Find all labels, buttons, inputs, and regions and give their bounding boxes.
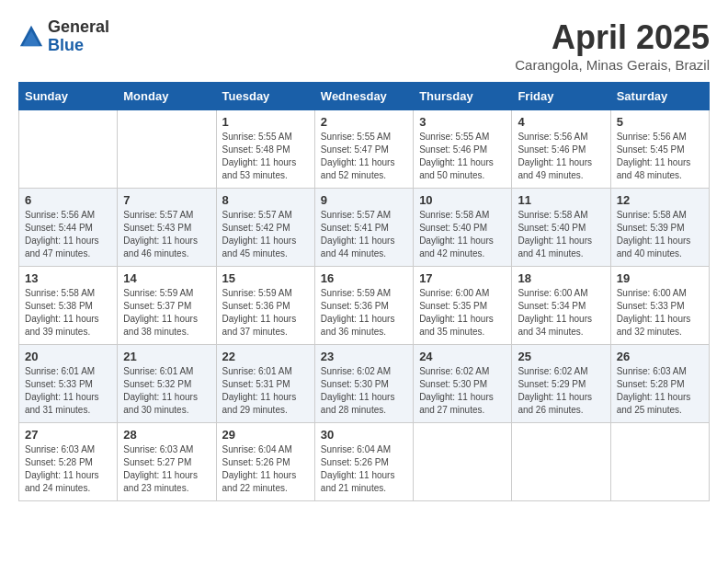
day-number: 12 — [617, 193, 704, 207]
calendar-cell — [610, 423, 709, 501]
day-number: 14 — [123, 271, 210, 285]
calendar-cell: 21Sunrise: 6:01 AM Sunset: 5:32 PM Dayli… — [118, 345, 216, 423]
logo-general-text: General — [48, 18, 109, 37]
day-detail: Sunrise: 5:57 AM Sunset: 5:41 PM Dayligh… — [321, 209, 408, 260]
day-detail: Sunrise: 6:00 AM Sunset: 5:34 PM Dayligh… — [518, 287, 605, 339]
day-detail: Sunrise: 5:56 AM Sunset: 5:45 PM Dayligh… — [617, 131, 704, 182]
day-detail: Sunrise: 5:58 AM Sunset: 5:40 PM Dayligh… — [518, 209, 605, 260]
calendar-cell: 26Sunrise: 6:03 AM Sunset: 5:28 PM Dayli… — [610, 345, 709, 423]
calendar-week-5: 27Sunrise: 6:03 AM Sunset: 5:28 PM Dayli… — [19, 423, 710, 501]
day-detail: Sunrise: 6:00 AM Sunset: 5:33 PM Dayligh… — [617, 287, 704, 339]
day-number: 18 — [518, 271, 605, 285]
day-number: 15 — [222, 271, 310, 285]
header-sunday: Sunday — [19, 83, 118, 110]
calendar-week-3: 13Sunrise: 5:58 AM Sunset: 5:38 PM Dayli… — [19, 267, 710, 345]
day-detail: Sunrise: 5:57 AM Sunset: 5:42 PM Dayligh… — [222, 209, 310, 260]
day-detail: Sunrise: 6:03 AM Sunset: 5:27 PM Dayligh… — [123, 443, 210, 495]
calendar-cell: 11Sunrise: 5:58 AM Sunset: 5:40 PM Dayli… — [512, 189, 610, 267]
calendar-cell: 5Sunrise: 5:56 AM Sunset: 5:45 PM Daylig… — [610, 110, 709, 189]
calendar-cell: 10Sunrise: 5:58 AM Sunset: 5:40 PM Dayli… — [414, 189, 512, 267]
day-number: 10 — [419, 193, 506, 207]
logo: General Blue — [18, 18, 109, 55]
day-number: 2 — [321, 115, 408, 129]
calendar-cell: 16Sunrise: 5:59 AM Sunset: 5:36 PM Dayli… — [314, 267, 413, 345]
day-detail: Sunrise: 6:01 AM Sunset: 5:33 PM Dayligh… — [25, 365, 112, 417]
calendar-cell: 27Sunrise: 6:03 AM Sunset: 5:28 PM Dayli… — [19, 423, 118, 501]
day-detail: Sunrise: 5:59 AM Sunset: 5:36 PM Dayligh… — [321, 287, 408, 339]
day-number: 30 — [321, 428, 408, 442]
day-number: 5 — [617, 115, 704, 129]
calendar-cell — [19, 110, 118, 189]
day-detail: Sunrise: 5:58 AM Sunset: 5:38 PM Dayligh… — [25, 287, 112, 339]
day-detail: Sunrise: 6:00 AM Sunset: 5:35 PM Dayligh… — [419, 287, 506, 339]
day-detail: Sunrise: 5:57 AM Sunset: 5:43 PM Dayligh… — [123, 209, 210, 260]
day-detail: Sunrise: 5:56 AM Sunset: 5:44 PM Dayligh… — [25, 209, 112, 260]
calendar-cell: 24Sunrise: 6:02 AM Sunset: 5:30 PM Dayli… — [414, 345, 512, 423]
day-number: 25 — [518, 350, 605, 363]
day-number: 9 — [321, 193, 408, 207]
day-detail: Sunrise: 6:02 AM Sunset: 5:30 PM Dayligh… — [419, 365, 506, 417]
header-saturday: Saturday — [610, 83, 709, 110]
calendar-week-4: 20Sunrise: 6:01 AM Sunset: 5:33 PM Dayli… — [19, 345, 710, 423]
day-number: 27 — [25, 428, 112, 442]
day-number: 22 — [222, 350, 310, 363]
calendar-cell: 19Sunrise: 6:00 AM Sunset: 5:33 PM Dayli… — [610, 267, 709, 345]
day-detail: Sunrise: 5:55 AM Sunset: 5:48 PM Dayligh… — [222, 131, 310, 182]
page-header: General Blue April 2025 Carangola, Minas… — [18, 18, 710, 73]
logo-icon — [18, 24, 44, 50]
day-number: 23 — [321, 350, 408, 363]
day-detail: Sunrise: 6:03 AM Sunset: 5:28 PM Dayligh… — [617, 365, 704, 417]
location-text: Carangola, Minas Gerais, Brazil — [515, 57, 710, 73]
calendar-cell: 29Sunrise: 6:04 AM Sunset: 5:26 PM Dayli… — [216, 423, 314, 501]
calendar-cell — [118, 110, 216, 189]
calendar-cell: 18Sunrise: 6:00 AM Sunset: 5:34 PM Dayli… — [512, 267, 610, 345]
calendar-cell: 17Sunrise: 6:00 AM Sunset: 5:35 PM Dayli… — [414, 267, 512, 345]
day-number: 28 — [123, 428, 210, 442]
logo-text: General Blue — [48, 18, 109, 55]
header-tuesday: Tuesday — [216, 83, 314, 110]
calendar-cell: 22Sunrise: 6:01 AM Sunset: 5:31 PM Dayli… — [216, 345, 314, 423]
header-monday: Monday — [118, 83, 216, 110]
header-friday: Friday — [512, 83, 610, 110]
calendar-cell: 14Sunrise: 5:59 AM Sunset: 5:37 PM Dayli… — [118, 267, 216, 345]
header-thursday: Thursday — [414, 83, 512, 110]
day-detail: Sunrise: 6:04 AM Sunset: 5:26 PM Dayligh… — [222, 443, 310, 495]
calendar-cell: 12Sunrise: 5:58 AM Sunset: 5:39 PM Dayli… — [610, 189, 709, 267]
calendar-cell — [512, 423, 610, 501]
day-detail: Sunrise: 6:04 AM Sunset: 5:26 PM Dayligh… — [321, 443, 408, 495]
day-number: 16 — [321, 271, 408, 285]
day-number: 7 — [123, 193, 210, 207]
calendar-cell: 23Sunrise: 6:02 AM Sunset: 5:30 PM Dayli… — [314, 345, 413, 423]
day-detail: Sunrise: 6:01 AM Sunset: 5:32 PM Dayligh… — [123, 365, 210, 417]
logo-blue-text: Blue — [48, 37, 109, 55]
calendar-table: SundayMondayTuesdayWednesdayThursdayFrid… — [18, 82, 710, 501]
day-number: 29 — [222, 428, 310, 442]
day-number: 21 — [123, 350, 210, 363]
calendar-cell: 20Sunrise: 6:01 AM Sunset: 5:33 PM Dayli… — [19, 345, 118, 423]
calendar-cell: 15Sunrise: 5:59 AM Sunset: 5:36 PM Dayli… — [216, 267, 314, 345]
day-number: 24 — [419, 350, 506, 363]
calendar-cell — [414, 423, 512, 501]
header-wednesday: Wednesday — [314, 83, 413, 110]
day-detail: Sunrise: 5:55 AM Sunset: 5:47 PM Dayligh… — [321, 131, 408, 182]
day-detail: Sunrise: 5:58 AM Sunset: 5:39 PM Dayligh… — [617, 209, 704, 260]
day-detail: Sunrise: 5:59 AM Sunset: 5:36 PM Dayligh… — [222, 287, 310, 339]
calendar-cell: 13Sunrise: 5:58 AM Sunset: 5:38 PM Dayli… — [19, 267, 118, 345]
calendar-week-1: 1Sunrise: 5:55 AM Sunset: 5:48 PM Daylig… — [19, 110, 710, 189]
day-number: 13 — [25, 271, 112, 285]
calendar-cell: 2Sunrise: 5:55 AM Sunset: 5:47 PM Daylig… — [314, 110, 413, 189]
day-detail: Sunrise: 5:59 AM Sunset: 5:37 PM Dayligh… — [123, 287, 210, 339]
day-number: 4 — [518, 115, 605, 129]
month-title: April 2025 — [515, 18, 710, 57]
day-detail: Sunrise: 6:01 AM Sunset: 5:31 PM Dayligh… — [222, 365, 310, 417]
day-detail: Sunrise: 5:55 AM Sunset: 5:46 PM Dayligh… — [419, 131, 506, 182]
calendar-cell: 4Sunrise: 5:56 AM Sunset: 5:46 PM Daylig… — [512, 110, 610, 189]
day-detail: Sunrise: 5:56 AM Sunset: 5:46 PM Dayligh… — [518, 131, 605, 182]
day-number: 17 — [419, 271, 506, 285]
day-detail: Sunrise: 6:02 AM Sunset: 5:29 PM Dayligh… — [518, 365, 605, 417]
day-detail: Sunrise: 6:02 AM Sunset: 5:30 PM Dayligh… — [321, 365, 408, 417]
calendar-cell: 28Sunrise: 6:03 AM Sunset: 5:27 PM Dayli… — [118, 423, 216, 501]
day-number: 11 — [518, 193, 605, 207]
day-number: 1 — [222, 115, 310, 129]
day-number: 19 — [617, 271, 704, 285]
